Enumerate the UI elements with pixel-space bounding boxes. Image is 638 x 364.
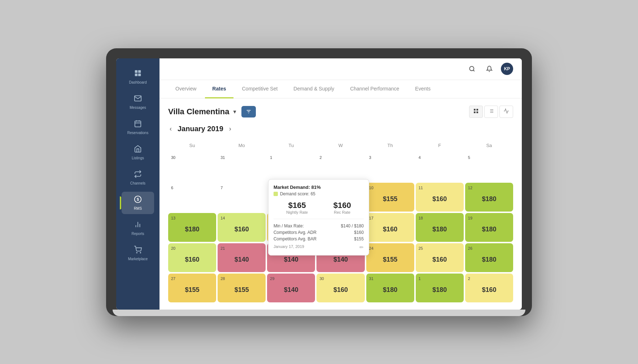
sidebar-item-dashboard[interactable]: Dashboard [122, 66, 154, 88]
tab-channel-performance[interactable]: Channel Performance [343, 80, 406, 98]
calendar-cell-27[interactable]: 27 $155 [168, 274, 216, 302]
calendar-week-1: 30 31 1 2 3 [168, 152, 513, 181]
day-header-th: Th [366, 140, 414, 151]
calendar-cell-1[interactable]: 1 [267, 152, 315, 181]
calendar-cell-4[interactable]: 4 [416, 152, 464, 181]
view-chart-button[interactable] [499, 106, 513, 118]
calendar-cell-30-prev[interactable]: 30 [168, 152, 216, 181]
sidebar-item-rms[interactable]: $ RMS [122, 192, 154, 214]
sidebar-item-channels[interactable]: Channels [122, 167, 154, 189]
svg-rect-20 [474, 109, 476, 111]
tooltip-edit-icon[interactable]: ✏ [359, 244, 364, 250]
calendar-cell-5[interactable]: 5 [465, 152, 513, 181]
calendar-cell-6[interactable]: 6 [168, 183, 216, 212]
dashboard-icon [134, 69, 142, 79]
calendar-cell-30[interactable]: 30 $160 [316, 274, 364, 302]
property-title: Villa Clementina ▼ [168, 107, 237, 116]
tab-overview[interactable]: Overview [168, 80, 204, 98]
view-list-button[interactable] [484, 106, 498, 118]
user-avatar[interactable]: KP [501, 63, 513, 75]
svg-rect-21 [476, 109, 478, 111]
svg-point-15 [469, 66, 474, 71]
svg-rect-22 [474, 111, 476, 113]
calendar-cell-19[interactable]: 19 $180 [465, 213, 513, 242]
svg-rect-1 [138, 70, 141, 72]
calendar-cell-14[interactable]: 14 $160 [218, 213, 266, 242]
tab-demand-supply[interactable]: Demand & Supply [286, 80, 341, 98]
calendar-week-5: 27 $155 28 $155 29 $140 [168, 274, 513, 302]
nightly-rate-label: Nightly Rate [286, 210, 308, 214]
calendar-cell-11[interactable]: 11 $160 [416, 183, 464, 212]
calendar-cell-17[interactable]: 17 $160 [366, 213, 414, 242]
property-name: Villa Clementina [168, 107, 230, 116]
calendar-cell-2[interactable]: 2 [316, 152, 364, 181]
next-month-button[interactable]: › [228, 124, 233, 134]
svg-line-16 [473, 70, 474, 71]
calendar-cell-12[interactable]: 12 $180 [465, 183, 513, 212]
calendar-cell-21[interactable]: 21 $140 [218, 243, 266, 272]
calendar-cell-29[interactable]: 29 $140 [267, 274, 315, 302]
rms-label: RMS [134, 207, 142, 210]
day-header-su: Su [168, 140, 216, 151]
calendar-cell-20[interactable]: 20 $160 [168, 243, 216, 272]
tooltip-market-demand: Market Demand: 81% [274, 185, 364, 190]
messages-label: Messages [130, 106, 146, 110]
day-header-f: F [416, 140, 464, 151]
rms-icon: $ [134, 195, 142, 205]
reports-label: Reports [131, 232, 144, 236]
listings-icon [134, 145, 142, 155]
property-header: Villa Clementina ▼ [168, 106, 513, 118]
calendar-cell-13[interactable]: 13 $180 [168, 213, 216, 242]
sidebar-item-reports[interactable]: Reports [122, 217, 154, 239]
prev-month-button[interactable]: ‹ [168, 124, 173, 134]
property-header-left: Villa Clementina ▼ [168, 106, 256, 117]
svg-rect-0 [135, 70, 137, 72]
channels-icon [134, 170, 142, 180]
top-bar: KP [160, 58, 522, 80]
calendar-cell-26[interactable]: 26 $180 [465, 243, 513, 272]
calendar-cell-28[interactable]: 28 $155 [218, 274, 266, 302]
rec-rate-label: Rec Rate [333, 210, 351, 214]
laptop-frame: Dashboard Messages Reservations Listings [106, 48, 532, 316]
sidebar-item-marketplace[interactable]: Marketplace [122, 242, 154, 265]
rate-tooltip: Market Demand: 81% Demand score: 65 $165 [268, 179, 369, 256]
view-grid-button[interactable] [469, 106, 483, 118]
svg-rect-3 [138, 73, 141, 76]
calendar-cell-25[interactable]: 25 $160 [416, 243, 464, 272]
dashboard-label: Dashboard [129, 80, 147, 84]
svg-point-13 [136, 252, 137, 253]
calendar-cell-3[interactable]: 3 [366, 152, 414, 181]
tooltip-comp-adr: Competitors Avg. ADR $160 [274, 230, 364, 235]
calendar-cell-31[interactable]: 31 $180 [366, 274, 414, 302]
tab-rates[interactable]: Rates [205, 80, 233, 98]
calendar-cell-1-next[interactable]: 1 $180 [416, 274, 464, 302]
laptop-base [113, 310, 525, 316]
calendar-cell-2-next[interactable]: 2 $160 [465, 274, 513, 302]
svg-point-14 [140, 252, 141, 253]
reservations-icon [134, 120, 142, 129]
filter-button[interactable] [241, 106, 256, 117]
calendar-cell-31-prev[interactable]: 31 [218, 152, 266, 181]
tab-competitive-set[interactable]: Competitive Set [235, 80, 285, 98]
sidebar-item-messages[interactable]: Messages [122, 91, 154, 113]
calendar-body: 30 31 1 2 3 [168, 152, 513, 302]
sidebar-item-reservations[interactable]: Reservations [122, 116, 154, 138]
calendar-header: Su Mo Tu W Th F Sa [168, 140, 513, 151]
calendar-nav: ‹ January 2019 › [168, 124, 513, 134]
property-dropdown-arrow[interactable]: ▼ [232, 109, 237, 115]
day-header-sa: Sa [465, 140, 513, 151]
nightly-rate-value: $165 [286, 201, 308, 210]
calendar-cell-7[interactable]: 7 Market Demand: 81% Demand score: 65 [218, 183, 266, 212]
sidebar-item-listings[interactable]: Listings [122, 141, 154, 164]
calendar-cell-10[interactable]: 10 $155 [366, 183, 414, 212]
notifications-button[interactable] [484, 63, 495, 75]
channels-label: Channels [130, 181, 145, 185]
search-button[interactable] [466, 63, 478, 75]
calendar-cell-24[interactable]: 24 $155 [366, 243, 414, 272]
tooltip-demand-score: Demand score: 65 [274, 191, 364, 196]
calendar-cell-18[interactable]: 18 $180 [416, 213, 464, 242]
svg-text:$: $ [137, 197, 139, 201]
tab-events[interactable]: Events [408, 80, 438, 98]
tooltip-min-max: Min / Max Rate: $140 / $180 [274, 223, 364, 228]
svg-rect-4 [135, 121, 141, 127]
